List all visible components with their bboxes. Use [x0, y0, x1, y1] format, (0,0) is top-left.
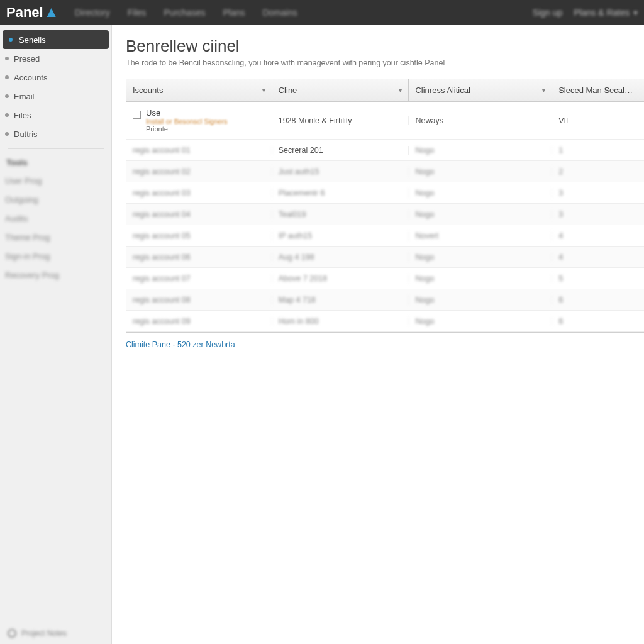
table-header-iscounts[interactable]: Iscounts ▾ [126, 79, 272, 101]
cell-cline: Aug 4 198 [272, 253, 409, 262]
th-label: Iscounts [133, 86, 163, 95]
sidebar: Senells Presed Accounts Email Files Dutt… [0, 25, 112, 644]
table-header-cline[interactable]: Cline ▾ [272, 79, 409, 101]
brand-triangle-icon [47, 8, 56, 17]
th-label: Cline [279, 86, 297, 95]
table-row[interactable]: regis account 01Secreral 201Nogo1 [126, 140, 644, 161]
gear-icon [8, 629, 16, 638]
table-header-sleced[interactable]: Sleced Man Secal… [552, 79, 644, 101]
cell-iscounts: regis account 09 [126, 317, 272, 326]
sidebar-item-label: Email [14, 92, 35, 101]
sidebar-item-senells[interactable]: Senells [3, 30, 109, 49]
cell-cline: Teal019 [272, 210, 409, 219]
topnav-link-1[interactable]: Files [128, 8, 147, 18]
row-subline-1: Install or Besonscl Signers [146, 118, 228, 125]
cell-sleced: 1 [552, 146, 644, 155]
cell-sleced: 5 [552, 274, 644, 283]
topnav-link-2[interactable]: Purchases [164, 8, 205, 18]
cell-cline: Above 7 2018 [272, 274, 409, 283]
sidebar-item-files[interactable]: Files [0, 106, 111, 125]
table-row[interactable]: regis account 08Map 4 718Nogo6 [126, 289, 644, 311]
sort-icon[interactable]: ▾ [262, 87, 265, 94]
cell-iscounts: regis account 01 [126, 146, 272, 155]
sidebar-item-sec-4[interactable]: Sign-in Prog [0, 247, 111, 265]
cell-cline: Map 4 718 [272, 296, 409, 304]
sidebar-item-presed[interactable]: Presed [0, 49, 111, 68]
data-table: Iscounts ▾ Cline ▾ Clinress Alitical ▾ S… [126, 79, 644, 333]
cell-clinress: Nogo [409, 146, 552, 155]
table-row[interactable]: regis account 02Just auth15Nogo2 [126, 161, 644, 182]
cell-iscounts: regis account 02 [126, 167, 272, 176]
sidebar-item-duttris[interactable]: Duttris [0, 125, 111, 143]
topnav-link-4[interactable]: Domains [262, 8, 297, 18]
cell-iscounts: regis account 03 [126, 189, 272, 197]
cell-cline: 1928 Monle & Firtility [272, 116, 409, 125]
sort-icon[interactable]: ▾ [542, 87, 545, 94]
sidebar-item-sec-3[interactable]: Theme Prog [0, 228, 111, 247]
cell-iscounts: regis account 06 [126, 253, 272, 262]
table-row[interactable]: regis account 05IP auth15Novert4 [126, 225, 644, 247]
sidebar-item-sec-2[interactable]: Audits [0, 209, 111, 228]
th-label: Sleced Man Secal… [558, 86, 633, 95]
cell-clinress: Nogo [409, 189, 552, 197]
main-content: Benrellew ciinel The rode to be Bencil b… [112, 25, 644, 644]
cell-sleced: 3 [552, 210, 644, 219]
sidebar-item-accounts[interactable]: Accounts [0, 68, 111, 87]
cell-sleced: 6 [552, 317, 644, 326]
table-row[interactable]: regis account 06Aug 4 198Nogo4 [126, 247, 644, 268]
sidebar-item-sec-5[interactable]: Recovery Prog [0, 265, 111, 284]
topnav-right-0[interactable]: Sign up [533, 8, 562, 18]
cell-clinress: Nogo [409, 296, 552, 304]
sort-icon[interactable]: ▾ [399, 87, 402, 94]
cell-clinress: Nogo [409, 210, 552, 219]
dot-icon [5, 57, 9, 60]
topnav-link-0[interactable]: Directory [75, 8, 110, 18]
page-title: Benrellew ciinel [126, 36, 644, 56]
active-dot-icon [8, 36, 14, 43]
cell-clinress: Nogo [409, 274, 552, 283]
dot-icon [5, 75, 9, 79]
cell-clinress: Nogo [409, 317, 552, 326]
sidebar-item-label: Duttris [14, 130, 38, 139]
th-label: Clinress Alitical [415, 86, 470, 95]
topnav-link-3[interactable]: Plans [223, 8, 245, 18]
table-row[interactable]: Use Install or Besonscl Signers Prionte … [126, 102, 644, 140]
row-subline-2: Prionte [146, 125, 228, 133]
cell-cline: Secreral 201 [272, 146, 409, 155]
cell-iscounts: regis account 05 [126, 231, 272, 240]
sidebar-item-label: Accounts [14, 73, 47, 82]
sidebar-item-label: Presed [14, 54, 40, 64]
cell-iscounts: regis account 07 [126, 274, 272, 283]
dot-icon [5, 94, 9, 98]
topnav-user-dropdown[interactable]: Plans & Rates [574, 8, 638, 18]
table-row[interactable]: regis account 04Teal019Nogo3 [126, 204, 644, 225]
sidebar-item-email[interactable]: Email [0, 87, 111, 106]
brand-logo[interactable]: Panel [6, 4, 56, 21]
cell-clinress: Neways [409, 116, 552, 125]
sidebar-item-label: User Prog [5, 176, 42, 186]
sidebar-item-label: Audits [5, 214, 28, 223]
cell-cline: Placementr 6 [272, 189, 409, 197]
table-header-clinress[interactable]: Clinress Alitical ▾ [409, 79, 552, 101]
cell-sleced: 3 [552, 189, 644, 197]
cell-sleced: 6 [552, 296, 644, 304]
table-row[interactable]: regis account 03Placementr 6Nogo3 [126, 182, 644, 204]
row-checkbox[interactable] [133, 111, 141, 119]
page-subtitle: The rode to be Bencil besonscling, you f… [126, 58, 644, 67]
cell-cline: IP auth15 [272, 231, 409, 240]
cell-iscounts: regis account 04 [126, 210, 272, 219]
brand-name: Panel [6, 4, 43, 21]
table-row[interactable]: regis account 09Hom in 800Nogo6 [126, 311, 644, 332]
sidebar-item-label: Senells [19, 35, 46, 45]
cell-cline: Just auth15 [272, 167, 409, 176]
sidebar-item-label: Theme Prog [5, 233, 50, 242]
cell-sleced: 4 [552, 231, 644, 240]
sidebar-item-sec-1[interactable]: Outgoing [0, 190, 111, 209]
footer-link[interactable]: Climite Pane - 520 zer Newbrta [126, 340, 644, 349]
cell-clinress: Novert [409, 231, 552, 240]
sidebar-item-sec-0[interactable]: User Prog [0, 171, 111, 190]
sidebar-footer[interactable]: Project Notes [0, 623, 111, 644]
table-row[interactable]: regis account 07Above 7 2018Nogo5 [126, 268, 644, 289]
cell-clinress: Nogo [409, 167, 552, 176]
sidebar-footer-label: Project Notes [21, 629, 67, 638]
